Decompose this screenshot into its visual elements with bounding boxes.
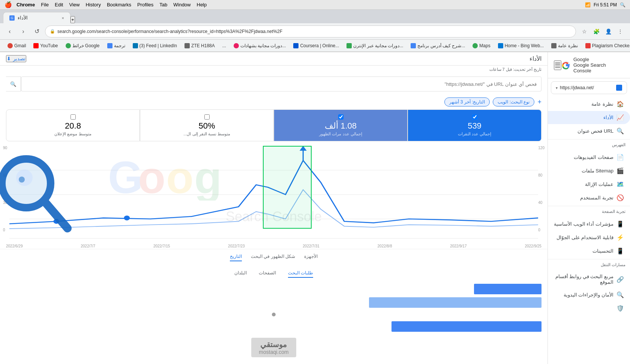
sidebar-google-label: Google — [573, 57, 624, 62]
nav-item-sitelinks[interactable]: الأمان والإجراءات اليدوية 🔍 — [548, 288, 630, 301]
bookmark-coursera[interactable]: Coursera | Online... — [290, 42, 342, 49]
url-search-button[interactable]: 🔍 — [6, 76, 21, 91]
nav-item-mobile[interactable]: التحسينات 📱 — [548, 244, 630, 258]
bookmark-explain[interactable]: شرح كيف أدرس برنامج... — [408, 42, 468, 49]
filter-row: + نوع البحث: الويب التاريخ: آخر 3 أشهر — [0, 94, 548, 109]
menu-items: Chrome File Edit View History Bookmarks … — [16, 2, 207, 7]
menu-edit[interactable]: Edit — [55, 2, 63, 7]
watermark-box: موستقي mostaqi.com — [251, 338, 296, 357]
active-tab[interactable]: G الأداء × — [3, 12, 70, 23]
bookmarks-bar: Gmail YouTube خرائط Google ترجمة (3) Fee… — [0, 40, 630, 52]
export-section: ⬇ تصدير — [6, 55, 26, 62]
menu-tab[interactable]: Tab — [159, 2, 167, 7]
nav-item-page-exp[interactable]: مؤشرات أداء الويب الأساسية 📱 — [548, 217, 630, 231]
bookmark-youtube[interactable]: YouTube — [30, 42, 61, 49]
bookmark-overview[interactable]: نظرة عامة — [548, 42, 580, 49]
metric-position-checkbox[interactable] — [70, 114, 76, 120]
bookmark-explain-label: شرح كيف أدرس برنامج... — [417, 43, 465, 48]
filter-search-type[interactable]: نوع البحث: الويب — [493, 97, 534, 106]
nav-item-overview[interactable]: نظرة عامة 🏠 — [548, 97, 630, 111]
bookmark-linkedin[interactable]: (3) Feed | LinkedIn — [130, 42, 180, 49]
gmail-icon — [8, 43, 13, 48]
bookmark-plagiarism[interactable]: Plagiarism Checke... — [582, 42, 630, 49]
forward-button[interactable]: › — [18, 26, 28, 37]
profile-button[interactable]: 👤 — [603, 26, 614, 37]
apple-menu[interactable]: 🍎 — [4, 1, 12, 8]
nav-item-video-pages[interactable]: ملفات Sitemap 🎬 — [548, 164, 630, 177]
bookmark-zte[interactable]: ZTE H188A — [182, 42, 218, 49]
extensions-button[interactable]: 🧩 — [591, 26, 602, 37]
sidebar-sc-label: Google Search Console — [573, 62, 624, 73]
bookmark-plagiarism-label: Plagiarism Checke... — [592, 43, 630, 48]
bookmark-overview-label: نظرة عامة — [558, 43, 578, 48]
reload-button[interactable]: ↺ — [32, 26, 42, 37]
nav-item-breadcrumbs[interactable]: مربع البحث في روابط أقسام الموقع 🔗 — [548, 271, 630, 288]
bookmark-maps2[interactable]: Maps — [470, 42, 493, 49]
metric-impressions[interactable]: 1.08 ألف إجمالي عدد مرات الظهور — [274, 109, 408, 141]
bookmark-maps2-label: Maps — [479, 43, 490, 48]
metric-clicks-checkbox[interactable] — [472, 114, 477, 120]
metric-clicks[interactable]: 539 إجمالي عدد النقرات — [408, 109, 542, 141]
bookmark-courses[interactable]: دورات مجانية بشهادات... — [231, 42, 289, 49]
bookmark-zte-label: ZTE H188A — [191, 43, 215, 48]
metric-ctr-value: 50% — [145, 121, 269, 131]
tab-appearance[interactable]: شكل الظهور في البحث — [251, 252, 295, 261]
bookmark-bing-label: Home - Bing Web... — [505, 43, 544, 48]
nav-item-vitals[interactable]: قابلية الاستخدام على الجوّال ⚡ — [548, 231, 630, 244]
metric-position[interactable]: 20.8 متوسط موضع الإعلان — [6, 109, 140, 141]
zte-icon — [184, 43, 190, 48]
nav-item-security[interactable]: 🛡️ — [548, 302, 630, 315]
menu-help[interactable]: Help — [197, 2, 207, 7]
bookmark-google-maps[interactable]: خرائط Google — [63, 42, 103, 49]
hamburger-button[interactable]: ☰ — [554, 60, 561, 70]
menu-file[interactable]: File — [41, 2, 49, 7]
metric-impressions-checkbox[interactable] — [338, 114, 344, 120]
menu-profiles[interactable]: Profiles — [137, 2, 153, 7]
tab-date[interactable]: التاريخ — [230, 252, 242, 261]
new-tab-button[interactable]: + — [70, 16, 75, 23]
nav-item-pages[interactable]: صفحات الفيديوهات 📄 — [548, 151, 630, 164]
menu-chrome[interactable]: Chrome — [16, 2, 35, 7]
bookmark-bing[interactable]: Home - Bing Web... — [495, 42, 547, 49]
metric-ctr[interactable]: 50% متوسط نسبة النقر إلى ال... — [140, 109, 274, 141]
export-button[interactable]: ⬇ تصدير — [6, 55, 26, 62]
nav-item-performance[interactable]: الأداء 📈 — [548, 111, 630, 124]
bar-chart-section: طلبات البحث الصفحات البلدان — [0, 264, 548, 360]
url-search-input[interactable] — [21, 76, 542, 91]
nav-item-sitemap[interactable]: عمليات الإزالة 🗺️ — [548, 178, 630, 191]
watermark-arabic: موستقي — [259, 340, 288, 349]
bookmark-more-1[interactable]: ... — [219, 42, 229, 49]
bookmark-translate[interactable]: ترجمة — [104, 42, 128, 49]
address-bar[interactable]: 🔒 search.google.com/search-console/perfo… — [45, 25, 576, 37]
bookmark-star-button[interactable]: ☆ — [579, 26, 590, 37]
menu-dots-button[interactable]: ⋮ — [615, 26, 626, 37]
metric-ctr-label: متوسط نسبة النقر إلى ال... — [145, 132, 269, 136]
enhancements-section-header: مسارات التنقل — [548, 259, 630, 270]
bookmark-free-courses[interactable]: دورات مجانية عبر الإنترن... — [344, 42, 406, 49]
watermark: موستقي mostaqi.com — [6, 338, 542, 357]
nav-item-url-inspection[interactable]: فحص عنوان URL 🔍 — [548, 124, 630, 138]
menu-window[interactable]: Window — [173, 2, 190, 7]
date-labels: 2022/6/29 2022/7/7 2022/7/15 2022/7/23 2… — [0, 243, 548, 249]
bar-tab-pages[interactable]: الصفحات — [259, 270, 276, 278]
nav-icon-performance: 📈 — [616, 114, 624, 121]
filter-date[interactable]: التاريخ: آخر 3 أشهر — [444, 97, 490, 106]
back-button[interactable]: ‹ — [4, 26, 15, 37]
nav-item-removals[interactable]: تجربة المستخدم 🚫 — [548, 191, 630, 204]
property-selector[interactable]: ▾ https://jdwaa.net/ — [551, 81, 627, 94]
menu-history[interactable]: History — [86, 2, 100, 7]
metric-ctr-checkbox[interactable] — [204, 114, 210, 120]
svg-point-13 — [124, 216, 130, 220]
bookmark-gmail[interactable]: Gmail — [4, 42, 29, 49]
sidebar-logo: Google Google Search Console — [561, 57, 624, 73]
search-menubar-icon[interactable]: 🔍 — [620, 2, 626, 7]
google-icon — [561, 61, 570, 70]
bar-tab-countries[interactable]: البلدان — [234, 270, 247, 278]
export-label: تصدير — [13, 56, 26, 61]
free-courses-icon — [346, 43, 352, 48]
menu-bookmarks[interactable]: Bookmarks — [107, 2, 131, 7]
bar-tab-queries[interactable]: طلبات البحث — [288, 270, 313, 278]
tab-close-button[interactable]: × — [62, 16, 64, 20]
tab-devices[interactable]: الأجهزة — [304, 252, 318, 261]
menu-view[interactable]: View — [69, 2, 80, 7]
